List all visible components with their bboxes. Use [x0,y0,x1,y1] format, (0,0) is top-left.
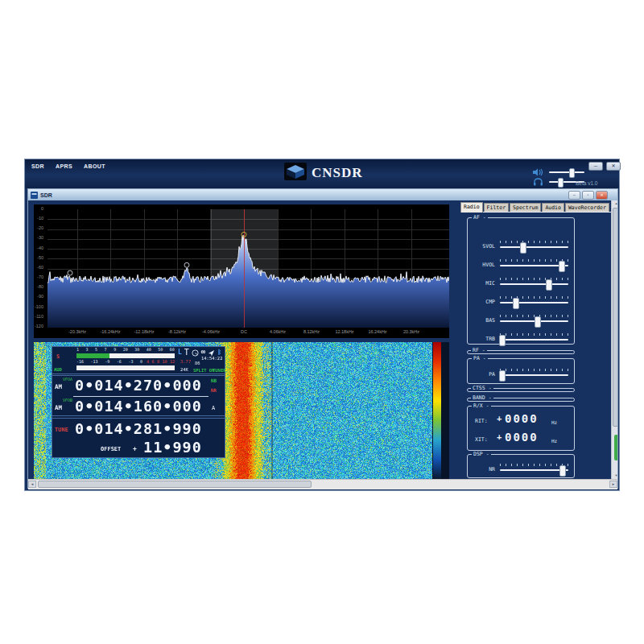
group-dsp: DSP- NR [467,454,575,478]
hvol-slider-thumb[interactable] [559,261,565,272]
slider-ticks [500,278,568,280]
trb-slider-thumb[interactable] [499,335,506,346]
nr-indicator[interactable]: NR [211,387,217,393]
collapse-toggle[interactable]: - [486,451,489,457]
collapse-toggle[interactable]: - [483,355,486,361]
bas-slider[interactable] [500,320,568,322]
vfoa-frequency[interactable]: 0•014•270•000 [75,378,202,394]
menu-sdr[interactable]: SDR [31,163,44,169]
slider-label: BAS [471,317,495,324]
offset-label: OFFSET [101,446,121,452]
nr-slider-thumb[interactable] [559,465,566,477]
infinity-icon: ∞ [201,348,205,356]
menu-bar: SDR APRS ABOUT [31,163,105,169]
child-maximize-button[interactable]: ▫ [582,191,594,200]
tab-filter[interactable]: Filter [484,203,509,212]
bas-slider-thumb[interactable] [535,316,541,328]
aud-scale: -16-13 -9-6 -30 [76,360,142,364]
slider-row-cmp: CMP [468,293,574,309]
menu-aprs[interactable]: APRS [56,163,72,169]
minimize-button[interactable]: ─ [588,162,603,171]
group-dsp-label: DSP- [472,452,491,457]
rit-unit: Hz [551,419,557,425]
meter-section: S 13 57 920 3040 5060 -16-13 -9-6 -3 [52,347,225,374]
tab-radio[interactable]: Radio [460,202,483,213]
slider-row-hvol: HVOL [468,256,574,272]
vertical-scrollbar-thumb[interactable] [613,208,617,427]
app-window: SDR APRS ABOUT CNSDR ─ ✕ [24,159,620,491]
svol-slider-thumb[interactable] [520,242,526,254]
xit-row: XIT: + 0000 Hz [468,430,574,448]
trb-slider[interactable] [500,339,568,341]
frequency-panel: S 13 57 920 3040 5060 -16-13 -9-6 -3 [52,346,225,458]
slider-row-trb: TRB [468,330,574,346]
rit-value[interactable]: 0000 [505,413,539,424]
tab-audio[interactable]: Audio [542,203,564,212]
spectrum-y-axis: 0-10 -20-30 -40-50 -60-70 -80-90 -100-11… [34,207,45,328]
xit-value[interactable]: 0000 [505,431,539,443]
rate-readout: 24K [180,367,188,372]
child-close-button[interactable]: ✕ [596,191,608,200]
scroll-down-arrow[interactable]: ▼ [612,473,617,479]
scroll-up-arrow[interactable]: ▲ [612,200,617,207]
pa-slider[interactable] [500,374,568,376]
slider-label: SVOL [471,243,495,250]
headphone-slider-thumb[interactable] [558,178,564,188]
vertical-scrollbar[interactable]: ▲ ▼ [611,200,617,479]
nb-indicator[interactable]: NB [211,378,217,383]
sdr-window-title: SDR [40,192,52,198]
nr-slider[interactable] [500,469,568,471]
collapse-toggle[interactable]: - [489,385,492,391]
slider-row-bas: BAS [468,312,574,328]
group-af: AF- SVOL HVOL MIC CMP [467,217,575,345]
rit-sign[interactable]: + [497,414,502,423]
slider-ticks [500,464,568,466]
horizontal-scrollbar[interactable]: ◄ ► [28,479,617,489]
spectrum-display: 0-10 -20-30 -40-50 -60-70 -80-90 -100-11… [34,204,449,338]
tune-frequency[interactable]: 0•014•281•990 [75,422,202,437]
aud-meter-bar [76,365,175,370]
scroll-right-arrow[interactable]: ► [609,481,617,488]
collapse-toggle[interactable]: - [489,394,492,401]
spectrum-x-axis: -20.3kHz -16.24kHz -12.18kHz -8.12kHz -4… [47,329,449,337]
speaker-slider[interactable] [549,171,584,173]
collapse-toggle[interactable]: - [483,214,486,221]
horizontal-scrollbar-thumb[interactable] [38,481,312,488]
menu-about[interactable]: ABOUT [84,163,105,169]
child-minimize-button[interactable]: – [568,191,580,200]
cmp-slider[interactable] [500,302,568,303]
spectrum-canvas[interactable] [47,209,449,328]
tab-spectrum[interactable]: Spectrum [510,203,541,212]
green-indicator-bar [614,435,617,460]
aud-meter-label: AUD [54,367,62,372]
group-af-label: AF- [472,215,488,221]
xit-sign[interactable]: + [497,432,502,442]
offset-value[interactable]: 11•990 [143,440,202,456]
vfob-frequency[interactable]: 0•014•160•000 [75,399,202,415]
sdr-window-titlebar[interactable]: SDR – ▫ ✕ [28,189,617,200]
close-button[interactable]: ✕ [606,162,621,171]
scroll-left-arrow[interactable]: ◄ [28,481,36,488]
slider-label: PA [471,371,495,378]
cmp-slider-thumb[interactable] [513,298,519,309]
mic-slider-thumb[interactable] [546,279,552,291]
collapse-toggle[interactable]: - [486,402,489,409]
vfob-tag: A [212,405,215,411]
xit-unit: Hz [551,438,557,444]
sdr-content: 0-10 -20-30 -40-50 -60-70 -80-90 -100-11… [28,200,617,479]
version-label: Beta v1.0 [576,180,597,186]
collapse-toggle[interactable]: - [482,347,485,353]
tab-waverecorder[interactable]: WaveRecorder [565,203,609,212]
hvol-slider[interactable] [500,265,568,266]
mic-slider[interactable] [500,283,568,285]
vfoa-label: VFOA [63,377,72,382]
pa-slider-thumb[interactable] [499,370,506,382]
aud-scale-high: 46 810 12 [147,360,175,364]
svol-slider[interactable] [500,246,568,248]
cnsdr-logo-icon [284,163,307,184]
title-bar: SDR APRS ABOUT CNSDR ─ ✕ [25,159,619,188]
rit-label: RIT: [475,418,488,424]
slider-label: NR [471,466,495,473]
bluetooth-icon: ᛒ [217,349,221,356]
group-rx-label: R/X- [472,403,491,409]
